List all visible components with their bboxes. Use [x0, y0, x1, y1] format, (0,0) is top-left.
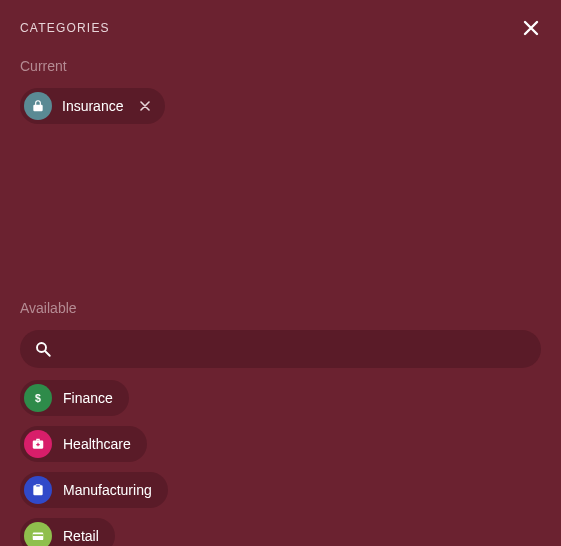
svg-rect-4 [33, 534, 44, 536]
medkit-icon [24, 430, 52, 458]
svg-line-1 [45, 351, 50, 356]
svg-text:$: $ [35, 392, 41, 404]
category-list: $ Finance Healthcare Manufacturing [20, 380, 541, 546]
category-item-manufacturing[interactable]: Manufacturing [20, 472, 168, 508]
available-label: Available [20, 300, 541, 316]
current-section: Current Insurance [20, 58, 541, 124]
search-input[interactable] [62, 341, 527, 357]
current-label: Current [20, 58, 541, 74]
close-icon [140, 101, 150, 111]
panel-header: CATEGORIES [20, 18, 541, 38]
category-label: Retail [63, 528, 99, 544]
category-label: Manufacturing [63, 482, 152, 498]
dollar-icon: $ [24, 384, 52, 412]
clipboard-icon [24, 476, 52, 504]
search-bar[interactable] [20, 330, 541, 368]
close-icon [523, 20, 539, 36]
categories-panel: CATEGORIES Current Insurance Available $ [0, 0, 561, 546]
chip-remove-button[interactable] [137, 98, 153, 114]
category-label: Finance [63, 390, 113, 406]
category-label: Healthcare [63, 436, 131, 452]
search-icon [34, 340, 52, 358]
category-item-retail[interactable]: Retail [20, 518, 115, 546]
chip-label: Insurance [62, 98, 123, 114]
available-section: Available $ Finance Healthcare [20, 300, 541, 546]
lock-icon [24, 92, 52, 120]
svg-rect-3 [33, 533, 44, 541]
panel-title: CATEGORIES [20, 21, 110, 35]
category-item-healthcare[interactable]: Healthcare [20, 426, 147, 462]
card-icon [24, 522, 52, 546]
close-button[interactable] [521, 18, 541, 38]
current-chip-insurance[interactable]: Insurance [20, 88, 165, 124]
category-item-finance[interactable]: $ Finance [20, 380, 129, 416]
